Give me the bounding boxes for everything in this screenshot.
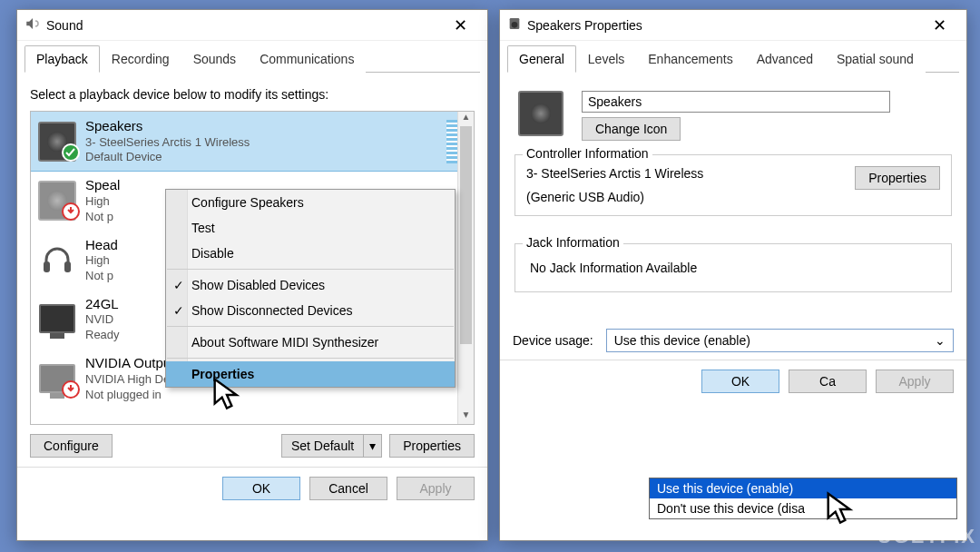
dropdown-option-enable[interactable]: Use this device (enable) [650,478,956,498]
properties-window: Speakers Properties ✕ General Levels Enh… [499,9,967,541]
tab-recording[interactable]: Recording [100,45,181,73]
device-status: Not plugged in [85,388,223,403]
monitor-icon [38,360,76,398]
ok-button[interactable]: OK [222,477,300,500]
cancel-button[interactable]: Ca [789,370,867,393]
jack-info-group: Jack Information No Jack Information Ava… [514,243,952,292]
tab-advanced[interactable]: Advanced [745,45,825,73]
tab-playback[interactable]: Playback [24,45,100,73]
scrollbar[interactable]: ▲ ▼ [457,112,474,424]
chevron-down-icon: ⌄ [935,333,946,348]
controller-properties-button[interactable]: Properties [855,166,940,190]
close-icon[interactable]: ✕ [440,12,480,39]
device-name: 24GL [85,295,120,313]
device-sub: 3- SteelSeries Arctis 1 Wireless [85,135,250,151]
device-usage-label: Device usage: [513,333,593,348]
headphones-icon [38,241,76,279]
menu-disable[interactable]: Disable [166,241,455,266]
set-default-button[interactable]: Set Default ▾ [281,434,382,458]
tab-levels[interactable]: Levels [576,45,636,73]
sound-icon [24,15,41,35]
ok-button[interactable]: OK [701,370,779,393]
speaker-icon [38,182,76,220]
device-meta: Speal High Not p [85,176,120,224]
device-name: Head [85,236,118,254]
device-status: Default Device [85,150,250,165]
device-sub: High [85,194,120,210]
controller-name: 3- SteelSeries Arctis 1 Wireless [526,166,703,181]
device-name: Speakers [85,117,250,135]
tab-sounds[interactable]: Sounds [181,45,248,73]
scroll-thumb[interactable] [460,126,472,344]
chevron-down-icon[interactable]: ▾ [364,434,382,458]
props-titlebar[interactable]: Speakers Properties ✕ [500,10,966,41]
apply-button[interactable]: Apply [876,370,954,393]
down-badge-icon [62,380,80,401]
tab-communications[interactable]: Communications [248,45,366,73]
close-icon[interactable]: ✕ [919,12,959,39]
device-sub: High [85,253,118,269]
menu-show-disconnected[interactable]: Show Disconnected Devices [166,298,455,323]
menu-about-midi[interactable]: About Software MIDI Synthesizer [166,330,455,355]
sound-title: Sound [46,18,83,33]
check-badge-icon [62,143,80,164]
device-status: Not p [85,269,118,284]
props-tabs: General Levels Enhancements Advanced Spa… [507,44,959,73]
device-name-input[interactable] [582,91,890,113]
combo-value: Use this device (enable) [614,333,750,348]
instruction-text: Select a playback device below to modify… [30,87,475,102]
change-icon-button[interactable]: Change Icon [582,117,681,141]
tab-enhancements[interactable]: Enhancements [636,45,744,73]
device-name: Speal [85,176,120,194]
svg-rect-2 [44,261,50,272]
svg-rect-3 [64,261,71,272]
device-usage-combo[interactable]: Use this device (enable) ⌄ [606,329,954,352]
speaker-icon [507,16,522,34]
properties-button[interactable]: Properties [389,434,475,458]
speaker-icon [38,123,76,161]
device-sub: NVID [85,312,120,328]
watermark: UGETFIX [877,525,976,548]
context-menu: Configure Speakers Test Disable Show Dis… [165,189,456,388]
menu-configure-speakers[interactable]: Configure Speakers [166,190,455,215]
sound-tabs: Playback Recording Sounds Communications [24,44,480,73]
apply-button[interactable]: Apply [397,477,475,500]
tab-general[interactable]: General [507,45,576,73]
menu-test[interactable]: Test [166,215,455,241]
scroll-down-icon[interactable]: ▼ [458,409,474,424]
controller-type: (Generic USB Audio) [526,190,703,204]
set-default-label: Set Default [281,434,364,458]
device-meta: 24GL NVID Ready [85,295,120,343]
menu-properties[interactable]: Properties [166,361,455,387]
down-badge-icon [62,202,80,223]
configure-button[interactable]: Configure [30,434,113,458]
device-status: Ready [85,328,120,343]
svg-point-6 [512,22,518,28]
controller-legend: Controller Information [523,146,652,161]
jack-text: No Jack Information Available [526,255,940,281]
props-title: Speakers Properties [527,18,642,33]
cancel-button[interactable]: Cancel [309,477,387,500]
controller-info-group: Controller Information 3- SteelSeries Ar… [514,154,952,216]
menu-separator [167,326,454,327]
monitor-icon [38,300,76,338]
device-meta: Speakers 3- SteelSeries Arctis 1 Wireles… [85,117,250,165]
menu-show-disabled[interactable]: Show Disabled Devices [166,272,455,298]
menu-separator [167,269,454,270]
jack-legend: Jack Information [523,235,623,250]
device-item-speakers[interactable]: Speakers 3- SteelSeries Arctis 1 Wireles… [30,111,475,172]
device-meta: Head High Not p [85,236,118,284]
device-usage-dropdown: Use this device (enable) Don't use this … [649,478,957,519]
menu-separator [167,358,454,359]
dropdown-option-disable[interactable]: Don't use this device (disa [650,498,956,518]
sound-titlebar[interactable]: Sound ✕ [17,10,487,41]
device-status: Not p [85,210,120,225]
speaker-large-icon [518,91,564,136]
tab-spatial[interactable]: Spatial sound [825,45,926,73]
scroll-up-icon[interactable]: ▲ [458,112,474,126]
